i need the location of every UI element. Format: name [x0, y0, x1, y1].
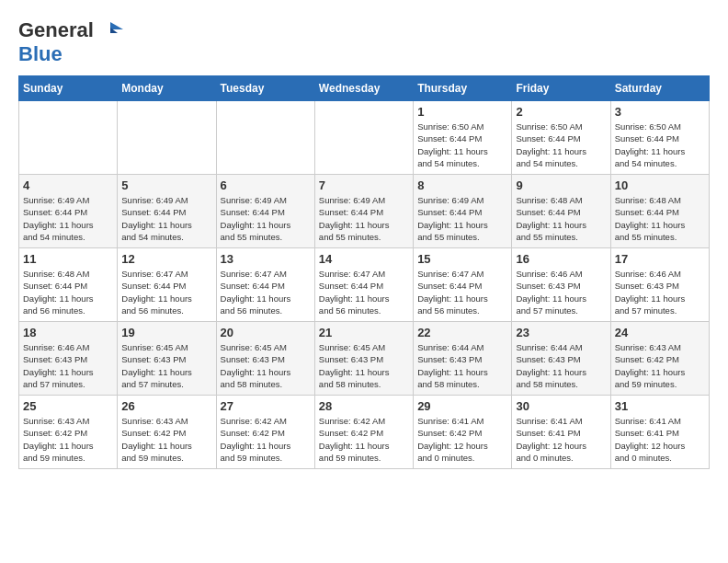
day-number: 30	[516, 399, 606, 413]
day-of-week-thursday: Thursday	[414, 76, 512, 101]
calendar-cell: 20Sunrise: 6:45 AM Sunset: 6:43 PM Dayli…	[216, 322, 314, 396]
day-info: Sunrise: 6:45 AM Sunset: 6:43 PM Dayligh…	[121, 341, 211, 390]
day-number: 7	[319, 178, 409, 192]
page-header: General Blue	[18, 18, 710, 66]
calendar-cell: 25Sunrise: 6:43 AM Sunset: 6:42 PM Dayli…	[19, 396, 118, 469]
calendar-cell: 8Sunrise: 6:49 AM Sunset: 6:44 PM Daylig…	[414, 175, 512, 248]
calendar-cell	[216, 101, 314, 175]
svg-marker-0	[110, 22, 123, 29]
day-info: Sunrise: 6:47 AM Sunset: 6:44 PM Dayligh…	[319, 268, 409, 316]
day-number: 21	[319, 326, 409, 339]
logo-bird-icon	[97, 20, 123, 40]
calendar-cell: 31Sunrise: 6:41 AM Sunset: 6:41 PM Dayli…	[610, 396, 709, 469]
day-number: 17	[615, 252, 705, 266]
day-number: 8	[417, 178, 507, 192]
day-number: 29	[417, 399, 507, 413]
day-number: 4	[23, 178, 113, 192]
calendar-cell	[314, 101, 413, 175]
logo-general-text: General	[18, 18, 94, 42]
day-info: Sunrise: 6:49 AM Sunset: 6:44 PM Dayligh…	[121, 194, 211, 243]
calendar-cell: 28Sunrise: 6:42 AM Sunset: 6:42 PM Dayli…	[314, 396, 413, 469]
day-number: 10	[615, 178, 705, 192]
calendar-week-row: 18Sunrise: 6:46 AM Sunset: 6:43 PM Dayli…	[19, 322, 710, 396]
calendar-cell: 4Sunrise: 6:49 AM Sunset: 6:44 PM Daylig…	[19, 175, 118, 248]
day-number: 3	[615, 105, 705, 119]
calendar-week-row: 4Sunrise: 6:49 AM Sunset: 6:44 PM Daylig…	[19, 175, 710, 248]
day-number: 31	[615, 399, 705, 413]
day-number: 27	[221, 399, 311, 413]
day-info: Sunrise: 6:50 AM Sunset: 6:44 PM Dayligh…	[516, 121, 606, 169]
day-info: Sunrise: 6:42 AM Sunset: 6:42 PM Dayligh…	[319, 415, 409, 464]
day-number: 12	[121, 252, 211, 266]
day-info: Sunrise: 6:46 AM Sunset: 6:43 PM Dayligh…	[516, 268, 606, 316]
day-number: 25	[23, 399, 113, 413]
calendar-week-row: 25Sunrise: 6:43 AM Sunset: 6:42 PM Dayli…	[19, 396, 710, 469]
day-of-week-tuesday: Tuesday	[216, 76, 314, 101]
day-info: Sunrise: 6:41 AM Sunset: 6:42 PM Dayligh…	[417, 415, 507, 464]
day-info: Sunrise: 6:50 AM Sunset: 6:44 PM Dayligh…	[417, 121, 507, 169]
calendar-cell: 22Sunrise: 6:44 AM Sunset: 6:43 PM Dayli…	[414, 322, 512, 396]
day-number: 22	[417, 326, 507, 339]
calendar-cell: 24Sunrise: 6:43 AM Sunset: 6:42 PM Dayli…	[610, 322, 709, 396]
calendar-cell: 1Sunrise: 6:50 AM Sunset: 6:44 PM Daylig…	[414, 101, 512, 175]
day-info: Sunrise: 6:49 AM Sunset: 6:44 PM Dayligh…	[23, 194, 113, 243]
day-info: Sunrise: 6:49 AM Sunset: 6:44 PM Dayligh…	[417, 194, 507, 243]
logo: General Blue	[18, 18, 123, 66]
day-number: 9	[516, 178, 606, 192]
day-info: Sunrise: 6:48 AM Sunset: 6:44 PM Dayligh…	[23, 268, 113, 316]
calendar-cell: 2Sunrise: 6:50 AM Sunset: 6:44 PM Daylig…	[512, 101, 610, 175]
calendar-cell: 7Sunrise: 6:49 AM Sunset: 6:44 PM Daylig…	[314, 175, 413, 248]
day-info: Sunrise: 6:44 AM Sunset: 6:43 PM Dayligh…	[516, 341, 606, 390]
day-number: 1	[417, 105, 507, 119]
day-info: Sunrise: 6:50 AM Sunset: 6:44 PM Dayligh…	[615, 121, 705, 169]
day-number: 6	[221, 178, 311, 192]
calendar-cell: 14Sunrise: 6:47 AM Sunset: 6:44 PM Dayli…	[314, 248, 413, 322]
day-info: Sunrise: 6:43 AM Sunset: 6:42 PM Dayligh…	[121, 415, 211, 464]
calendar-cell	[19, 101, 118, 175]
day-number: 14	[319, 252, 409, 266]
day-info: Sunrise: 6:45 AM Sunset: 6:43 PM Dayligh…	[319, 341, 409, 390]
day-number: 15	[417, 252, 507, 266]
day-of-week-saturday: Saturday	[610, 76, 709, 101]
day-number: 2	[516, 105, 606, 119]
day-number: 5	[121, 178, 211, 192]
calendar-cell: 18Sunrise: 6:46 AM Sunset: 6:43 PM Dayli…	[19, 322, 118, 396]
day-info: Sunrise: 6:42 AM Sunset: 6:42 PM Dayligh…	[221, 415, 311, 464]
day-number: 23	[516, 326, 606, 339]
day-number: 28	[319, 399, 409, 413]
calendar-cell: 23Sunrise: 6:44 AM Sunset: 6:43 PM Dayli…	[512, 322, 610, 396]
day-info: Sunrise: 6:44 AM Sunset: 6:43 PM Dayligh…	[417, 341, 507, 390]
calendar-cell	[118, 101, 216, 175]
calendar-week-row: 1Sunrise: 6:50 AM Sunset: 6:44 PM Daylig…	[19, 101, 710, 175]
calendar-cell: 3Sunrise: 6:50 AM Sunset: 6:44 PM Daylig…	[610, 101, 709, 175]
calendar-cell: 16Sunrise: 6:46 AM Sunset: 6:43 PM Dayli…	[512, 248, 610, 322]
day-info: Sunrise: 6:48 AM Sunset: 6:44 PM Dayligh…	[615, 194, 705, 243]
calendar-table: SundayMondayTuesdayWednesdayThursdayFrid…	[18, 75, 710, 469]
day-info: Sunrise: 6:43 AM Sunset: 6:42 PM Dayligh…	[615, 341, 705, 390]
calendar-cell: 19Sunrise: 6:45 AM Sunset: 6:43 PM Dayli…	[118, 322, 216, 396]
calendar-cell: 9Sunrise: 6:48 AM Sunset: 6:44 PM Daylig…	[512, 175, 610, 248]
calendar-cell: 29Sunrise: 6:41 AM Sunset: 6:42 PM Dayli…	[414, 396, 512, 469]
day-number: 11	[23, 252, 113, 266]
day-of-week-monday: Monday	[118, 76, 216, 101]
calendar-cell: 27Sunrise: 6:42 AM Sunset: 6:42 PM Dayli…	[216, 396, 314, 469]
calendar-cell: 21Sunrise: 6:45 AM Sunset: 6:43 PM Dayli…	[314, 322, 413, 396]
calendar-cell: 10Sunrise: 6:48 AM Sunset: 6:44 PM Dayli…	[610, 175, 709, 248]
calendar-cell: 11Sunrise: 6:48 AM Sunset: 6:44 PM Dayli…	[19, 248, 118, 322]
calendar-cell: 26Sunrise: 6:43 AM Sunset: 6:42 PM Dayli…	[118, 396, 216, 469]
calendar-week-row: 11Sunrise: 6:48 AM Sunset: 6:44 PM Dayli…	[19, 248, 710, 322]
day-number: 18	[23, 326, 113, 339]
day-number: 19	[121, 326, 211, 339]
calendar-cell: 5Sunrise: 6:49 AM Sunset: 6:44 PM Daylig…	[118, 175, 216, 248]
day-number: 13	[221, 252, 311, 266]
day-number: 26	[121, 399, 211, 413]
day-info: Sunrise: 6:49 AM Sunset: 6:44 PM Dayligh…	[221, 194, 311, 243]
day-number: 20	[221, 326, 311, 339]
day-number: 24	[615, 326, 705, 339]
day-info: Sunrise: 6:47 AM Sunset: 6:44 PM Dayligh…	[121, 268, 211, 316]
calendar-cell: 12Sunrise: 6:47 AM Sunset: 6:44 PM Dayli…	[118, 248, 216, 322]
day-info: Sunrise: 6:41 AM Sunset: 6:41 PM Dayligh…	[516, 415, 606, 464]
calendar-cell: 15Sunrise: 6:47 AM Sunset: 6:44 PM Dayli…	[414, 248, 512, 322]
calendar-cell: 30Sunrise: 6:41 AM Sunset: 6:41 PM Dayli…	[512, 396, 610, 469]
calendar-cell: 6Sunrise: 6:49 AM Sunset: 6:44 PM Daylig…	[216, 175, 314, 248]
